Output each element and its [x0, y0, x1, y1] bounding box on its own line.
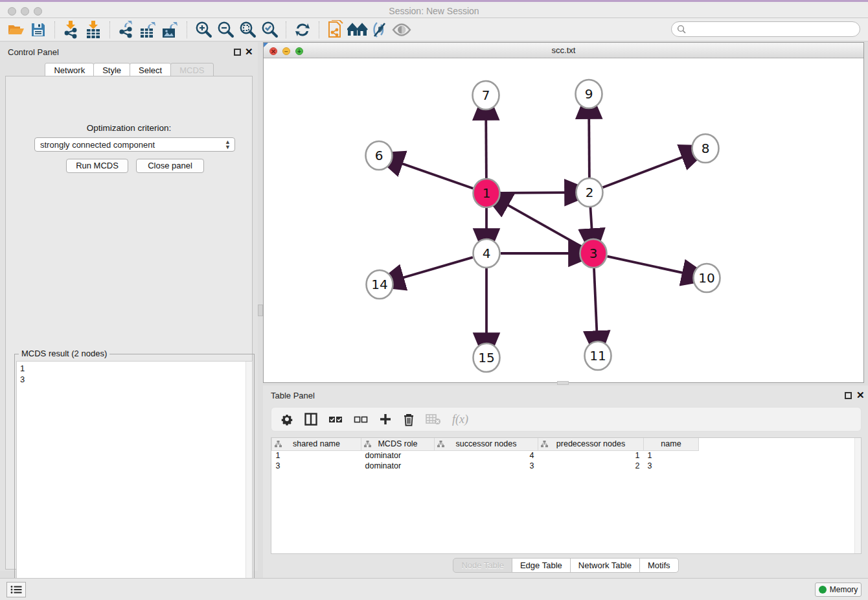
graph-node-label: 4 — [483, 246, 491, 261]
graph-node-10[interactable]: 10 — [694, 264, 720, 292]
table-cell[interactable]: 4 — [435, 450, 538, 461]
mcds-result-title: MCDS result (2 nodes) — [19, 349, 109, 358]
export-image-icon[interactable] — [159, 20, 181, 40]
deselect-all-icon[interactable] — [354, 411, 368, 427]
task-history-button[interactable] — [6, 582, 26, 597]
add-icon[interactable] — [379, 411, 392, 427]
table-cell[interactable]: 1 — [272, 450, 361, 461]
close-table-panel-icon[interactable]: ✕ — [856, 389, 865, 401]
search-input[interactable] — [686, 23, 860, 36]
zoom-fit-icon[interactable] — [236, 20, 258, 40]
show-graphics-icon[interactable] — [391, 20, 413, 40]
column-header-name[interactable]: name — [644, 438, 699, 450]
graph-node-4[interactable]: 4 — [474, 239, 500, 268]
table-panel-header: Table Panel ✕ — [263, 389, 868, 403]
column-header-successor-nodes[interactable]: successor nodes — [435, 438, 538, 450]
column-header-predecessor-nodes[interactable]: predecessor nodes — [538, 438, 644, 450]
graph-node-1[interactable]: 1 — [474, 179, 500, 207]
table-tab-motifs[interactable]: Motifs — [639, 558, 679, 573]
first-neighbors-icon[interactable] — [347, 20, 369, 40]
table-cell[interactable]: dominator — [361, 461, 435, 471]
window-title: Session: New Session — [0, 6, 868, 16]
graph-edge-3-10[interactable] — [607, 257, 684, 273]
table-cell[interactable]: dominator — [361, 450, 435, 461]
node-table-grid[interactable]: shared nameMCDS rolesuccessor nodesprede… — [271, 438, 699, 471]
network-window-titlebar[interactable]: ✕ − + scc.txt — [264, 43, 863, 58]
graph-node-9[interactable]: 9 — [576, 80, 602, 108]
table-row[interactable]: 3dominator323 — [272, 461, 699, 471]
clone-network-icon[interactable] — [325, 20, 347, 40]
search-box[interactable] — [671, 21, 860, 37]
mcds-tab-content: Optimization criterion: strongly connect… — [5, 76, 253, 570]
export-table-icon[interactable] — [137, 20, 159, 40]
table-row[interactable]: 1dominator411 — [272, 450, 699, 461]
graph-node-label: 3 — [589, 246, 598, 261]
control-panel-title: Control Panel — [8, 47, 59, 57]
graph-edge-1-7[interactable] — [486, 118, 486, 179]
graph-node-label: 15 — [478, 350, 494, 365]
table-tab-network-table[interactable]: Network Table — [570, 558, 640, 573]
graph-edge-2-3[interactable] — [590, 207, 591, 231]
table-cell[interactable]: 1 — [644, 450, 699, 461]
select-all-icon[interactable] — [328, 411, 343, 427]
table-tab-node-table[interactable]: Node Table — [453, 558, 512, 573]
graph-node-11[interactable]: 11 — [585, 341, 611, 370]
graph-node-14[interactable]: 14 — [367, 270, 393, 299]
horizontal-splitter-handle[interactable] — [557, 381, 569, 385]
run-mcds-button[interactable]: Run MCDS — [66, 159, 128, 173]
table-cell[interactable]: 3 — [644, 461, 699, 471]
export-network-icon[interactable] — [115, 20, 137, 40]
graph-node-2[interactable]: 2 — [577, 178, 603, 207]
table-cell[interactable]: 2 — [538, 461, 644, 471]
columns-icon[interactable] — [304, 411, 317, 427]
import-table-icon[interactable] — [82, 20, 104, 40]
table-tab-edge-table[interactable]: Edge Table — [512, 558, 571, 573]
graph-node-15[interactable]: 15 — [474, 343, 500, 372]
table-cell[interactable]: 1 — [538, 450, 644, 461]
criterion-value: strongly connected component — [40, 140, 155, 150]
graph-edge-4-14[interactable] — [402, 257, 473, 278]
criterion-dropdown[interactable]: strongly connected component ▲▼ — [34, 137, 235, 152]
table-cell[interactable]: 3 — [435, 461, 538, 471]
graph-node-7[interactable]: 7 — [473, 81, 499, 110]
float-table-panel-icon[interactable] — [845, 392, 852, 399]
trash-icon[interactable] — [403, 411, 415, 427]
network-canvas[interactable]: 1234678910111415 — [264, 58, 863, 382]
toolbar-separator — [187, 21, 187, 38]
float-panel-icon[interactable] — [234, 49, 241, 56]
search-icon — [677, 25, 686, 34]
mcds-result-area[interactable]: 1 3 — [16, 361, 253, 599]
graph-edge-3-11[interactable] — [594, 268, 597, 333]
vertical-splitter[interactable] — [258, 42, 263, 571]
graph-edge-1-6[interactable] — [400, 163, 473, 189]
result-scrollbar[interactable] — [246, 362, 252, 599]
graph-node-3[interactable]: 3 — [580, 239, 607, 268]
toolbar-separator — [286, 21, 286, 38]
table-scrollbar[interactable] — [854, 438, 861, 553]
table-panel-title: Table Panel — [271, 391, 315, 400]
vertical-splitter-handle[interactable] — [258, 305, 263, 316]
close-panel-icon[interactable]: ✕ — [245, 46, 253, 58]
memory-button[interactable]: Memory — [815, 583, 862, 597]
column-header-MCDS-role[interactable]: MCDS role — [361, 438, 435, 450]
import-network-icon[interactable] — [60, 20, 82, 40]
close-panel-button[interactable]: Close panel — [136, 159, 204, 173]
graph-edge-2-9[interactable] — [589, 117, 589, 178]
gear-icon[interactable] — [280, 411, 293, 427]
refresh-icon[interactable] — [291, 20, 314, 40]
graph-edge-1-2[interactable] — [501, 192, 567, 193]
column-header-shared-name[interactable]: shared name — [272, 438, 361, 450]
graph-node-label: 14 — [371, 277, 387, 292]
list-icon — [10, 585, 22, 594]
zoom-out-icon[interactable] — [214, 20, 236, 40]
zoom-in-icon[interactable] — [192, 20, 214, 40]
table-cell[interactable]: 3 — [272, 461, 361, 471]
hide-selected-icon[interactable] — [369, 20, 391, 40]
save-icon[interactable] — [27, 20, 49, 40]
open-folder-icon[interactable] — [5, 20, 27, 40]
graph-node-8[interactable]: 8 — [692, 134, 719, 163]
graph-edge-3-1[interactable] — [506, 204, 580, 246]
zoom-selected-icon[interactable] — [258, 20, 280, 40]
graph-node-6[interactable]: 6 — [366, 141, 393, 170]
graph-edge-2-8[interactable] — [603, 156, 685, 187]
